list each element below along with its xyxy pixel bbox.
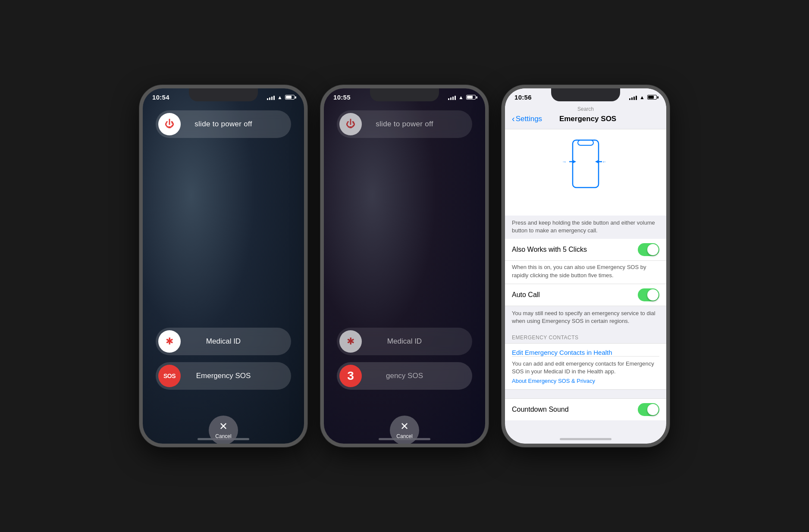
signal-bar bbox=[633, 97, 635, 100]
settings-bg-3: 10:56 ▲ bbox=[505, 88, 666, 444]
medical-id-btn-2[interactable]: ✱ Medical ID bbox=[337, 328, 472, 355]
power-slider-1[interactable]: ⏻ slide to power off bbox=[156, 110, 291, 138]
signal-bar bbox=[273, 96, 275, 100]
signal-bar bbox=[448, 98, 449, 100]
diagram-desc-3: Press and keep holding the side button a… bbox=[505, 216, 666, 239]
wifi-icon-2: ▲ bbox=[458, 94, 464, 100]
edit-contacts-desc-3: You can add and edit emergency contacts … bbox=[512, 360, 659, 376]
also-works-row-3[interactable]: Also Works with 5 Clicks bbox=[505, 239, 666, 261]
search-label-3: Search bbox=[512, 106, 659, 112]
svg-rect-1 bbox=[578, 140, 593, 145]
lockscreen-content-1: ⏻ slide to power off ✱ Medical ID SOS bbox=[143, 103, 304, 444]
countdown-sound-row-3[interactable]: Countdown Sound bbox=[505, 398, 666, 420]
asterisk-icon-2: ✱ bbox=[347, 336, 354, 347]
status-bar-3: 10:56 ▲ bbox=[505, 88, 666, 103]
signal-bar bbox=[636, 96, 637, 100]
cancel-label-1: Cancel bbox=[215, 433, 231, 439]
medical-label-1: Medical ID bbox=[181, 337, 288, 346]
phone-diagram-svg: → ← bbox=[560, 138, 611, 207]
toggle2-knob-3 bbox=[647, 289, 658, 300]
back-label-3: Settings bbox=[516, 115, 542, 123]
signal-bar bbox=[450, 97, 452, 100]
phone-inner-1: 10:54 ▲ bbox=[143, 88, 304, 444]
status-time-3: 10:56 bbox=[514, 94, 532, 101]
cancel-btn-2[interactable]: ✕ Cancel bbox=[390, 416, 419, 444]
signal-bars-1 bbox=[267, 95, 275, 100]
signal-bar bbox=[452, 97, 454, 100]
sos-btn-1[interactable]: SOS Emergency SOS bbox=[156, 362, 291, 390]
phone-diagram-container-3: → ← bbox=[505, 129, 666, 216]
toggle1-label-3: Also Works with 5 Clicks bbox=[512, 246, 638, 253]
edit-contacts-link-3[interactable]: Edit Emergency Contacts in Health bbox=[512, 349, 659, 357]
section-header-3: EMERGENCY CONTACTS bbox=[505, 329, 666, 343]
phones-container: 10:54 ▲ bbox=[131, 76, 678, 456]
phone-frame-2: 10:55 ▲ bbox=[320, 85, 489, 447]
svg-marker-6 bbox=[595, 160, 599, 163]
signal-bar bbox=[271, 97, 273, 100]
privacy-link-3[interactable]: About Emergency SOS & Privacy bbox=[512, 378, 659, 384]
sos-text-icon-1: SOS bbox=[163, 372, 176, 379]
svg-text:←: ← bbox=[602, 159, 607, 164]
cancel-label-2: Cancel bbox=[396, 433, 412, 439]
phone-frame-1: 10:54 ▲ bbox=[139, 85, 307, 447]
toggle3-label-3: Countdown Sound bbox=[512, 406, 638, 413]
signal-bars-3 bbox=[629, 95, 637, 100]
toggle2-switch-3[interactable] bbox=[638, 288, 659, 301]
back-button-3[interactable]: ‹ Settings bbox=[512, 114, 542, 124]
toggle3-knob-3 bbox=[647, 404, 658, 415]
signal-bars-2 bbox=[448, 95, 456, 100]
power-slider-2[interactable]: ⏻ slide to power off bbox=[337, 110, 472, 138]
power-icon-2: ⏻ bbox=[346, 119, 355, 130]
sos-icon-circle-1: SOS bbox=[158, 365, 181, 387]
slider-text-1: slide to power off bbox=[181, 120, 288, 128]
battery-icon-1 bbox=[285, 95, 295, 100]
status-bar-1: 10:54 ▲ bbox=[143, 88, 304, 103]
slider-text-2: slide to power off bbox=[362, 120, 470, 128]
settings-nav-3: Search ‹ Settings Emergency SOS bbox=[505, 103, 666, 129]
svg-marker-3 bbox=[573, 160, 576, 163]
settings-header-3: ‹ Settings Emergency SOS bbox=[512, 113, 659, 127]
sos-label-1: Emergency SOS bbox=[181, 372, 288, 380]
status-time-2: 10:55 bbox=[333, 94, 351, 101]
status-icons-3: ▲ bbox=[629, 94, 657, 100]
medical-label-2: Medical ID bbox=[362, 337, 470, 346]
status-bar-2: 10:55 ▲ bbox=[324, 88, 485, 103]
phone-inner-3: 10:56 ▲ bbox=[505, 88, 666, 444]
status-icons-2: ▲ bbox=[448, 94, 476, 100]
settings-content-3: → ← Press and keep holding the side butt… bbox=[505, 129, 666, 441]
battery-icon-3 bbox=[647, 95, 657, 100]
cancel-x-2: ✕ bbox=[400, 421, 409, 432]
toggle1-desc-3: When this is on, you can also use Emerge… bbox=[505, 261, 666, 283]
toggle3-switch-3[interactable] bbox=[638, 403, 659, 416]
power-icon-1: ⏻ bbox=[165, 119, 174, 130]
cancel-btn-1[interactable]: ✕ Cancel bbox=[209, 416, 238, 444]
cancel-x-1: ✕ bbox=[219, 421, 228, 432]
toggle1-knob-3 bbox=[647, 244, 658, 255]
signal-bar bbox=[455, 96, 456, 100]
page-title-3: Emergency SOS bbox=[542, 115, 633, 123]
asterisk-icon-1: ✱ bbox=[166, 336, 173, 347]
wifi-icon-1: ▲ bbox=[277, 94, 282, 100]
status-icons-1: ▲ bbox=[267, 94, 295, 100]
signal-bar bbox=[267, 98, 268, 100]
signal-bar bbox=[631, 97, 633, 100]
svg-text:→: → bbox=[562, 159, 567, 164]
medical-id-btn-1[interactable]: ✱ Medical ID bbox=[156, 328, 291, 355]
toggle2-desc-3: You may still need to specify an emergen… bbox=[505, 306, 666, 329]
lockscreen-content-2: ⏻ slide to power off ✱ Medical ID 3 bbox=[324, 103, 485, 444]
sos-label-2: gency SOS bbox=[362, 372, 470, 380]
toggle1-switch-3[interactable] bbox=[638, 243, 659, 256]
power-icon-circle-2: ⏻ bbox=[339, 113, 362, 135]
phone-inner-2: 10:55 ▲ bbox=[324, 88, 485, 444]
medical-icon-circle-2: ✱ bbox=[339, 330, 362, 353]
edit-contacts-section-3: Edit Emergency Contacts in Health You ca… bbox=[505, 343, 666, 389]
wifi-icon-3: ▲ bbox=[640, 94, 645, 100]
back-chevron-3: ‹ bbox=[512, 114, 515, 124]
countdown-num-2: 3 bbox=[347, 369, 354, 383]
sos-btn-2[interactable]: 3 gency SOS bbox=[337, 362, 472, 390]
home-indicator-3 bbox=[560, 438, 611, 440]
medical-icon-circle-1: ✱ bbox=[158, 330, 181, 353]
auto-call-row-3[interactable]: Auto Call bbox=[505, 284, 666, 306]
power-icon-circle-1: ⏻ bbox=[158, 113, 181, 135]
signal-bar bbox=[629, 98, 630, 100]
